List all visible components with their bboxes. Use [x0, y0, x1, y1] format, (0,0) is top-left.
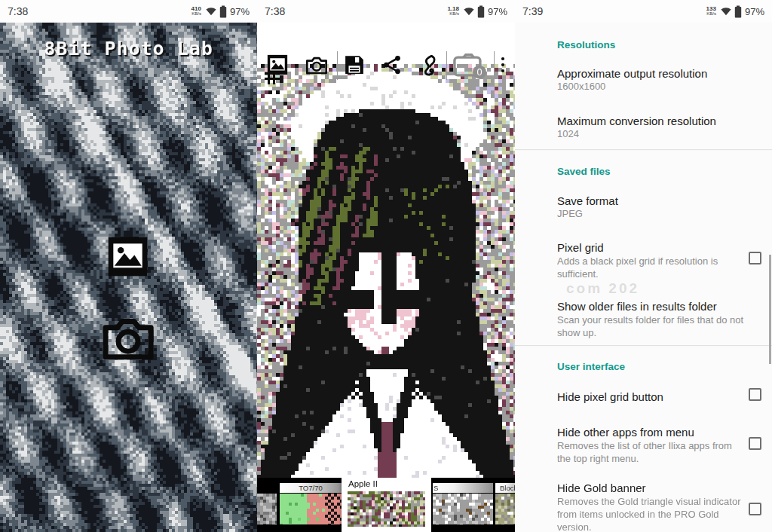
- filter-thumbnail: [495, 494, 515, 524]
- settings-item-title: Hide pixel grid button: [557, 390, 742, 404]
- settings-item-description: Adds a black pixel grid if resolution is…: [557, 255, 747, 280]
- camera-icon: [304, 54, 329, 78]
- settings-item-title: Maximum conversion resolution: [557, 114, 742, 128]
- network-speed-indicator: 410 KB/s: [191, 6, 201, 17]
- settings-item-title: Hide other apps from menu: [557, 425, 742, 439]
- filter-label: TO7/70: [280, 483, 342, 493]
- scrollbar[interactable]: [769, 255, 771, 364]
- status-bar: 7:38 410 KB/s 97%: [0, 0, 257, 23]
- filter-label: Apple II: [348, 479, 378, 488]
- network-speed-indicator: 1.18 KB/s: [447, 6, 459, 17]
- settings-item-description: Scan your results folder for files that …: [557, 313, 747, 339]
- checkbox[interactable]: [749, 252, 761, 264]
- filter-item[interactable]: [257, 494, 277, 527]
- settings-item-title: Pixel grid: [557, 240, 742, 255]
- filter-thumbnail: [348, 491, 425, 527]
- effects-curl-icon: [417, 54, 441, 78]
- effects-button[interactable]: [417, 54, 441, 78]
- settings-item-value: 1600x1600: [557, 81, 742, 93]
- editor-screen-panel: 7:38 1.18 KB/s 97%: [257, 0, 515, 532]
- clock: 7:39: [522, 5, 543, 17]
- open-gallery-button[interactable]: [106, 234, 150, 279]
- section-divider: [515, 149, 772, 150]
- save-icon: [343, 54, 366, 76]
- filter-thumbnail: [280, 494, 342, 524]
- settings-item-value: 1024: [557, 128, 742, 140]
- battery-icon: [477, 5, 485, 18]
- checkbox[interactable]: [749, 437, 761, 450]
- filter-item[interactable]: [495, 494, 515, 527]
- settings-item-hide-pixel-grid-button[interactable]: Hide pixel grid button: [557, 390, 742, 404]
- three-screenshot-composite: 7:38 410 KB/s 97% 8Bit Photo Lab 7:38: [0, 0, 772, 532]
- settings-item-maximum-conversion-resolution[interactable]: Maximum conversion resolution1024: [557, 114, 742, 140]
- toolbar-divider: [446, 51, 447, 80]
- burst-camera-icon: 0: [452, 54, 491, 79]
- save-button[interactable]: [343, 54, 367, 78]
- clock: 7:38: [265, 5, 285, 17]
- overflow-menu-button[interactable]: [498, 54, 508, 78]
- settings-list: ResolutionsApproximate output resolution…: [515, 23, 772, 532]
- converted-image-preview[interactable]: [257, 64, 515, 478]
- settings-item-title: Hide Gold banner: [557, 481, 742, 495]
- filter-item-selected[interactable]: Apple II: [342, 478, 431, 532]
- pixelated-portrait: [257, 64, 515, 478]
- settings-item-hide-other-apps-from-menu[interactable]: Hide other apps from menuRemoves the lis…: [557, 425, 742, 465]
- battery-icon: [219, 5, 227, 18]
- filter-label: S: [433, 483, 493, 493]
- share-icon: [381, 54, 403, 76]
- settings-item-title: Save format: [557, 194, 742, 208]
- take-photo-button[interactable]: [100, 310, 157, 368]
- checkbox[interactable]: [749, 503, 761, 515]
- settings-item-description: Removes the list of other Ilixa apps fro…: [557, 439, 747, 465]
- filter-thumbnail: [433, 494, 493, 524]
- gallery-button[interactable]: [266, 54, 290, 78]
- toolbar-divider: [337, 51, 338, 80]
- network-speed-indicator: 133 KB/s: [706, 6, 716, 17]
- checkbox[interactable]: [749, 388, 761, 401]
- share-button[interactable]: [381, 54, 405, 78]
- battery-icon: [734, 5, 742, 18]
- app-title: 8Bit Photo Lab: [0, 38, 257, 60]
- settings-item-save-format[interactable]: Save formatJPEG: [557, 194, 742, 220]
- status-bar: 7:39 133 KB/s 97%: [515, 0, 772, 23]
- settings-item-title: Approximate output resolution: [557, 66, 742, 81]
- editor-toolbar: 0: [257, 23, 515, 64]
- settings-item-description: Removes the Gold triangle visual indicat…: [557, 495, 747, 532]
- gallery-icon: [266, 54, 289, 76]
- section-header: User interface: [557, 361, 772, 373]
- filter-carousel[interactable]: TO7/70Apple IISBlocky: [257, 478, 515, 532]
- settings-item-show-older-files-in-results-folder[interactable]: Show older files in results folderScan y…: [557, 299, 742, 339]
- filter-item[interactable]: [280, 494, 342, 527]
- wifi-icon: [721, 7, 731, 16]
- filter-label: Blocky: [495, 483, 515, 493]
- battery-percent: 97%: [488, 6, 507, 17]
- filter-item[interactable]: [433, 494, 493, 527]
- settings-item-approximate-output-resolution[interactable]: Approximate output resolution1600x1600: [557, 66, 742, 93]
- overflow-menu-icon: [498, 54, 508, 78]
- section-header: Resolutions: [557, 39, 772, 51]
- battery-percent: 97%: [745, 6, 764, 17]
- camera-icon: [100, 310, 157, 368]
- clock: 7:38: [8, 5, 28, 17]
- settings-item-hide-gold-banner[interactable]: Hide Gold bannerRemoves the Gold triangl…: [557, 481, 742, 532]
- wifi-icon: [464, 7, 474, 16]
- burst-count-badge: 0: [477, 66, 482, 78]
- battery-percent: 97%: [230, 6, 250, 17]
- gallery-icon: [106, 234, 150, 279]
- section-divider: [515, 345, 772, 346]
- home-screen-panel: 7:38 410 KB/s 97% 8Bit Photo Lab: [0, 0, 257, 532]
- settings-item-pixel-grid[interactable]: Pixel gridAdds a black pixel grid if res…: [557, 240, 742, 280]
- wifi-icon: [206, 7, 216, 16]
- settings-screen-panel: 7:39 133 KB/s 97% ResolutionsApproximate…: [515, 0, 772, 532]
- status-bar: 7:38 1.18 KB/s 97%: [257, 0, 515, 23]
- filter-thumbnail: [257, 494, 277, 524]
- toolbar-divider: [494, 51, 495, 80]
- settings-item-title: Show older files in results folder: [557, 299, 742, 313]
- camera-button[interactable]: [304, 54, 328, 78]
- burst-camera-button[interactable]: 0: [452, 54, 491, 78]
- section-header: Saved files: [557, 166, 772, 178]
- settings-item-value: JPEG: [557, 208, 742, 220]
